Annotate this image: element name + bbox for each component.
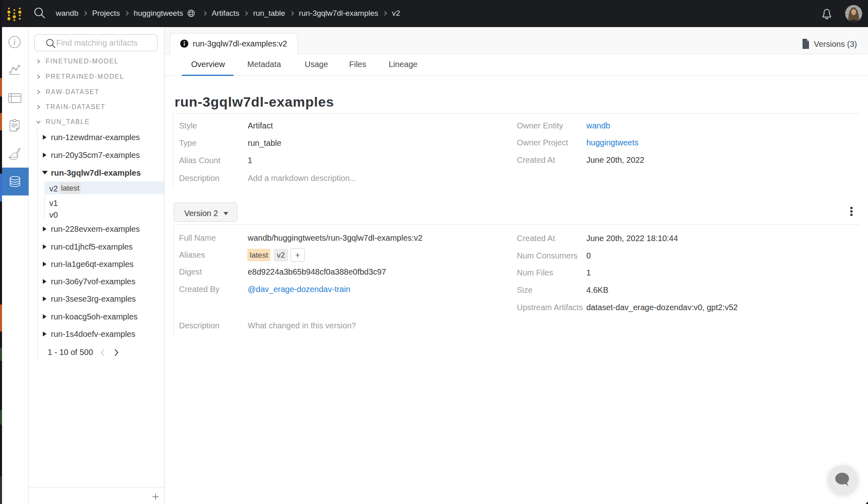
svg-text:i: i [13,38,15,46]
